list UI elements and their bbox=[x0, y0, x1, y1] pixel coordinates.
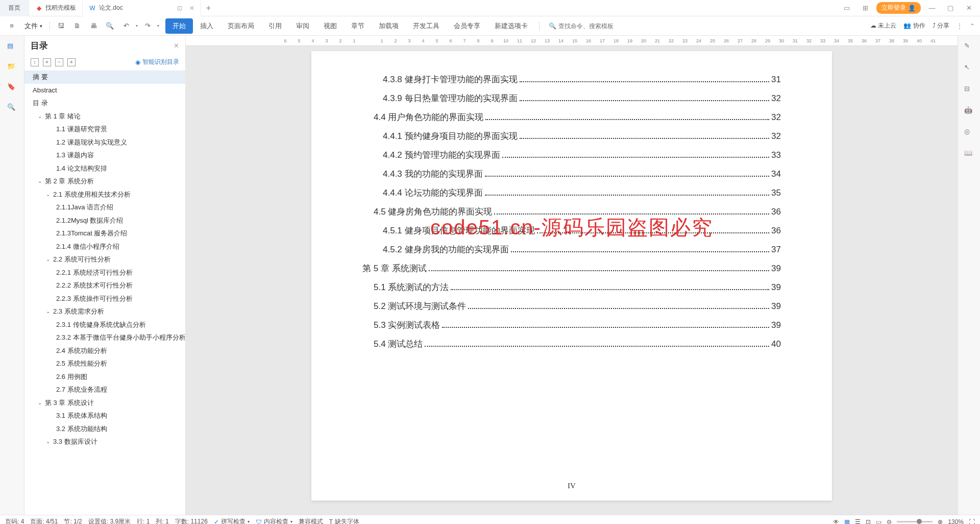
menu-tab-6[interactable]: 章节 bbox=[344, 18, 372, 34]
outline-item[interactable]: 2.1.2Mysql 数据库介绍 bbox=[24, 214, 185, 227]
outline-item[interactable]: ⌄2.3 系统需求分析 bbox=[24, 305, 185, 318]
outline-item[interactable]: ⌄2.1 系统使用相关技术分析 bbox=[24, 188, 185, 201]
zoom-in-icon[interactable]: ⊕ bbox=[938, 518, 943, 525]
assistant-icon[interactable]: 🤖 bbox=[964, 106, 974, 116]
outline-item[interactable]: 2.2.3 系统操作可行性分析 bbox=[24, 292, 185, 305]
menu-tab-8[interactable]: 开发工具 bbox=[406, 18, 447, 34]
menu-tab-7[interactable]: 加载项 bbox=[372, 18, 406, 34]
eye-icon[interactable]: 👁 bbox=[833, 518, 839, 525]
zoom-slider[interactable] bbox=[897, 521, 933, 522]
compat-mode[interactable]: 兼容模式 bbox=[299, 517, 323, 524]
location-icon[interactable]: ◎ bbox=[964, 128, 974, 138]
status-section[interactable]: 节: 1/2 bbox=[64, 517, 82, 524]
outline-item[interactable]: 2.2.2 系统技术可行性分析 bbox=[24, 279, 185, 292]
tab-templates[interactable]: ◆找稻壳模板 bbox=[29, 0, 83, 16]
outline-item[interactable]: 2.1.3Tomcat 服务器介绍 bbox=[24, 227, 185, 240]
zoom-out-icon[interactable]: ⊖ bbox=[887, 518, 892, 525]
outline-item[interactable]: ⌄第 1 章 绪论 bbox=[24, 110, 185, 123]
outline-item[interactable]: 2.7 系统业务流程 bbox=[24, 383, 185, 396]
toc-line[interactable]: 5.4 测试总结40 bbox=[362, 338, 781, 350]
outline-item[interactable]: 2.1.4 微信小程序介绍 bbox=[24, 240, 185, 253]
minimize-icon[interactable]: — bbox=[925, 1, 939, 15]
caret-icon[interactable]: ⌄ bbox=[46, 255, 51, 263]
toc-line[interactable]: 4.5 健身房角色功能的界面实现36 bbox=[362, 206, 781, 218]
toc-line[interactable]: 5.1 系统测试的方法39 bbox=[362, 281, 781, 293]
status-words[interactable]: 字数: 11126 bbox=[175, 517, 208, 524]
toc-line[interactable]: 4.3.9 每日热量管理功能的实现界面32 bbox=[362, 92, 781, 104]
collapse-all-icon[interactable]: − bbox=[55, 58, 63, 66]
outline-item[interactable]: ⌄第 3 章 系统设计 bbox=[24, 396, 185, 410]
undo-dropdown-icon[interactable]: ▾ bbox=[136, 23, 138, 28]
fullscreen-icon[interactable]: ⛶ bbox=[969, 518, 975, 525]
caret-icon[interactable]: ⌄ bbox=[38, 399, 43, 407]
redo-dropdown-icon[interactable]: ▾ bbox=[157, 23, 159, 28]
settings-icon[interactable]: ⊟ bbox=[964, 85, 974, 95]
menu-tab-3[interactable]: 引用 bbox=[261, 18, 289, 34]
file-menu[interactable]: 文件▾ bbox=[21, 21, 45, 31]
outline-item[interactable]: ⌄3.3 数据库设计 bbox=[24, 435, 185, 448]
outline-item[interactable]: 目 录 bbox=[24, 97, 185, 110]
expand-icon[interactable]: ⌃ bbox=[970, 22, 975, 30]
tab-close-icon[interactable]: ✕ bbox=[189, 5, 194, 12]
outline-item[interactable]: 1.4 论文结构安排 bbox=[24, 162, 185, 175]
outline-item[interactable]: ⌄第 2 章 系统分析 bbox=[24, 175, 185, 188]
outline-list[interactable]: 摘 要Abstract目 录⌄第 1 章 绪论1.1 课题研究背景1.2 课题现… bbox=[24, 70, 185, 515]
maximize-icon[interactable]: ▢ bbox=[943, 1, 958, 15]
apps-icon[interactable]: ⊞ bbox=[858, 1, 872, 15]
close-panel-icon[interactable]: ✕ bbox=[174, 42, 179, 50]
outline-item[interactable]: 2.6 用例图 bbox=[24, 370, 185, 384]
add-icon[interactable]: + bbox=[67, 58, 76, 66]
caret-icon[interactable]: ⌄ bbox=[38, 112, 43, 120]
undo-icon[interactable]: ↶ bbox=[119, 19, 133, 33]
smart-toc-button[interactable]: ◉智能识别目录 bbox=[135, 58, 179, 66]
menu-tab-9[interactable]: 会员专享 bbox=[447, 18, 487, 34]
caret-icon[interactable]: ⌄ bbox=[46, 190, 51, 198]
toc-line[interactable]: 4.3.8 健身打卡管理功能的界面实现31 bbox=[362, 74, 781, 85]
reader-icon[interactable]: 📖 bbox=[964, 149, 974, 159]
print-icon[interactable]: 🖶 bbox=[87, 19, 100, 33]
status-pagecode[interactable]: 页码: 4 bbox=[5, 517, 24, 524]
status-col[interactable]: 列: 1 bbox=[156, 517, 168, 524]
toc-line[interactable]: 4.4 用户角色功能的界面实现32 bbox=[362, 111, 781, 123]
more-icon[interactable]: ⋮ bbox=[957, 22, 963, 30]
outline-item[interactable]: 2.2.1 系统经济可行性分析 bbox=[24, 266, 185, 279]
caret-icon[interactable]: ⌄ bbox=[46, 438, 51, 445]
toc-line[interactable]: 4.5.2 健身房我的功能的实现界面37 bbox=[362, 244, 781, 255]
login-button[interactable]: 立即登录👤 bbox=[876, 2, 921, 14]
toc-line[interactable]: 4.4.3 我的功能的实现界面34 bbox=[362, 168, 781, 180]
tab-document[interactable]: W论文.doc⊡✕ bbox=[83, 0, 201, 16]
redo-icon[interactable]: ↷ bbox=[141, 19, 154, 33]
coop-button[interactable]: 👥 协作 bbox=[903, 21, 925, 30]
outline-item[interactable]: Abstract bbox=[24, 84, 185, 97]
collapse-icon[interactable]: ↕ bbox=[31, 58, 39, 66]
outline-item[interactable]: 2.5 系统性能分析 bbox=[24, 357, 185, 370]
menu-tab-10[interactable]: 新建选项卡 bbox=[487, 18, 535, 34]
missing-font[interactable]: T缺失字体 bbox=[329, 517, 359, 524]
toc-line[interactable]: 4.5.1 健身项目信息管理功能的界面实现36 bbox=[362, 225, 781, 236]
tab-home[interactable]: 首页 bbox=[0, 0, 29, 16]
toc-line[interactable]: 4.4.4 论坛功能的实现界面35 bbox=[362, 187, 781, 199]
hamburger-icon[interactable]: ≡ bbox=[5, 19, 18, 33]
folder-icon[interactable]: 📁 bbox=[7, 62, 17, 73]
outline-item[interactable]: 1.2 课题现状与实现意义 bbox=[24, 136, 185, 149]
menu-tab-2[interactable]: 页面布局 bbox=[220, 18, 261, 34]
search-panel-icon[interactable]: 🔍 bbox=[7, 103, 17, 113]
toc-line[interactable]: 5.2 测试环境与测试条件39 bbox=[362, 300, 781, 312]
tab-pin-icon[interactable]: ⊡ bbox=[177, 5, 182, 12]
bookmark-icon[interactable]: 🔖 bbox=[7, 83, 17, 93]
expand-all-icon[interactable]: + bbox=[43, 58, 51, 66]
menu-tab-1[interactable]: 插入 bbox=[193, 18, 220, 34]
ruler[interactable]: 6543211234567891011121314151617181920212… bbox=[186, 36, 958, 46]
menu-tab-5[interactable]: 视图 bbox=[316, 18, 344, 34]
caret-icon[interactable]: ⌄ bbox=[38, 177, 43, 185]
share-button[interactable]: ⤴ 分享 bbox=[933, 21, 949, 30]
close-icon[interactable]: ✕ bbox=[962, 1, 976, 15]
saveas-icon[interactable]: 🗎 bbox=[70, 19, 84, 33]
toc-line[interactable]: 4.4.1 预约健身项目功能的界面实现32 bbox=[362, 130, 781, 142]
outline-item[interactable]: ⌄2.2 系统可行性分析 bbox=[24, 253, 185, 266]
view-read-icon[interactable]: ▭ bbox=[876, 518, 881, 525]
new-tab-button[interactable]: + bbox=[201, 4, 216, 13]
toc-line[interactable]: 5.3 实例测试表格39 bbox=[362, 319, 781, 331]
preview-icon[interactable]: 🔍 bbox=[103, 19, 116, 33]
outline-item[interactable]: 2.4 系统功能分析 bbox=[24, 344, 185, 358]
